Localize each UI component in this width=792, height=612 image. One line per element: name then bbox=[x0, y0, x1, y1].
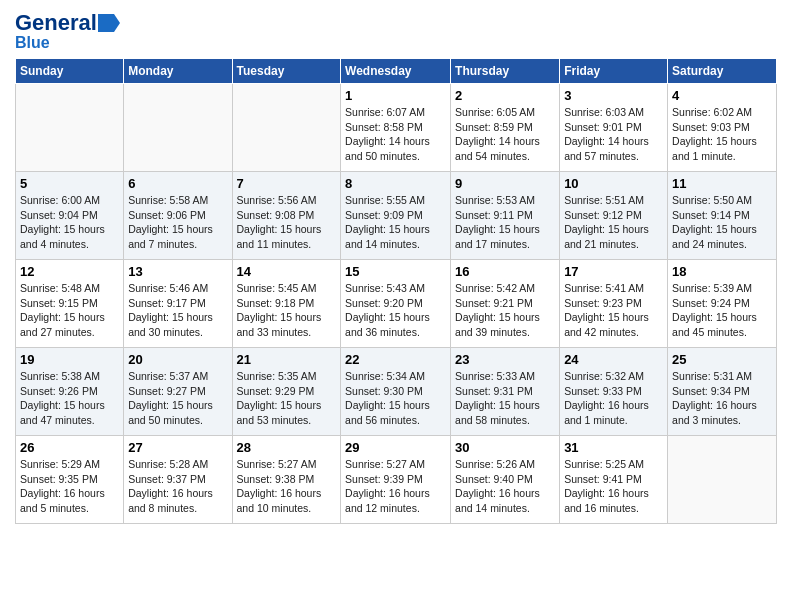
day-info: Sunrise: 5:34 AM Sunset: 9:30 PM Dayligh… bbox=[345, 369, 446, 428]
day-header-sunday: Sunday bbox=[16, 59, 124, 84]
day-number: 16 bbox=[455, 264, 555, 279]
calendar-cell: 20Sunrise: 5:37 AM Sunset: 9:27 PM Dayli… bbox=[124, 348, 232, 436]
calendar-cell: 27Sunrise: 5:28 AM Sunset: 9:37 PM Dayli… bbox=[124, 436, 232, 524]
day-info: Sunrise: 5:35 AM Sunset: 9:29 PM Dayligh… bbox=[237, 369, 337, 428]
day-header-friday: Friday bbox=[560, 59, 668, 84]
logo-icon bbox=[98, 14, 120, 32]
calendar-cell: 26Sunrise: 5:29 AM Sunset: 9:35 PM Dayli… bbox=[16, 436, 124, 524]
day-info: Sunrise: 5:51 AM Sunset: 9:12 PM Dayligh… bbox=[564, 193, 663, 252]
day-number: 20 bbox=[128, 352, 227, 367]
day-number: 14 bbox=[237, 264, 337, 279]
day-number: 26 bbox=[20, 440, 119, 455]
day-info: Sunrise: 5:43 AM Sunset: 9:20 PM Dayligh… bbox=[345, 281, 446, 340]
day-info: Sunrise: 5:41 AM Sunset: 9:23 PM Dayligh… bbox=[564, 281, 663, 340]
calendar-cell: 28Sunrise: 5:27 AM Sunset: 9:38 PM Dayli… bbox=[232, 436, 341, 524]
calendar-week-row: 12Sunrise: 5:48 AM Sunset: 9:15 PM Dayli… bbox=[16, 260, 777, 348]
calendar-week-row: 19Sunrise: 5:38 AM Sunset: 9:26 PM Dayli… bbox=[16, 348, 777, 436]
day-header-thursday: Thursday bbox=[451, 59, 560, 84]
day-number: 9 bbox=[455, 176, 555, 191]
day-info: Sunrise: 5:45 AM Sunset: 9:18 PM Dayligh… bbox=[237, 281, 337, 340]
calendar-header-row: SundayMondayTuesdayWednesdayThursdayFrid… bbox=[16, 59, 777, 84]
day-number: 17 bbox=[564, 264, 663, 279]
day-info: Sunrise: 5:33 AM Sunset: 9:31 PM Dayligh… bbox=[455, 369, 555, 428]
calendar-cell bbox=[16, 84, 124, 172]
day-number: 8 bbox=[345, 176, 446, 191]
calendar-cell: 17Sunrise: 5:41 AM Sunset: 9:23 PM Dayli… bbox=[560, 260, 668, 348]
day-info: Sunrise: 5:38 AM Sunset: 9:26 PM Dayligh… bbox=[20, 369, 119, 428]
day-number: 23 bbox=[455, 352, 555, 367]
calendar-cell: 4Sunrise: 6:02 AM Sunset: 9:03 PM Daylig… bbox=[668, 84, 777, 172]
calendar-cell: 21Sunrise: 5:35 AM Sunset: 9:29 PM Dayli… bbox=[232, 348, 341, 436]
day-number: 21 bbox=[237, 352, 337, 367]
day-info: Sunrise: 5:42 AM Sunset: 9:21 PM Dayligh… bbox=[455, 281, 555, 340]
calendar-cell: 8Sunrise: 5:55 AM Sunset: 9:09 PM Daylig… bbox=[341, 172, 451, 260]
calendar-cell: 23Sunrise: 5:33 AM Sunset: 9:31 PM Dayli… bbox=[451, 348, 560, 436]
day-info: Sunrise: 5:32 AM Sunset: 9:33 PM Dayligh… bbox=[564, 369, 663, 428]
calendar-cell: 11Sunrise: 5:50 AM Sunset: 9:14 PM Dayli… bbox=[668, 172, 777, 260]
calendar-week-row: 26Sunrise: 5:29 AM Sunset: 9:35 PM Dayli… bbox=[16, 436, 777, 524]
day-header-tuesday: Tuesday bbox=[232, 59, 341, 84]
day-number: 11 bbox=[672, 176, 772, 191]
day-header-monday: Monday bbox=[124, 59, 232, 84]
day-info: Sunrise: 5:37 AM Sunset: 9:27 PM Dayligh… bbox=[128, 369, 227, 428]
calendar-cell: 6Sunrise: 5:58 AM Sunset: 9:06 PM Daylig… bbox=[124, 172, 232, 260]
day-number: 19 bbox=[20, 352, 119, 367]
calendar-cell: 10Sunrise: 5:51 AM Sunset: 9:12 PM Dayli… bbox=[560, 172, 668, 260]
day-number: 13 bbox=[128, 264, 227, 279]
svg-marker-0 bbox=[98, 14, 120, 32]
day-number: 6 bbox=[128, 176, 227, 191]
calendar-cell: 29Sunrise: 5:27 AM Sunset: 9:39 PM Dayli… bbox=[341, 436, 451, 524]
calendar-cell bbox=[124, 84, 232, 172]
calendar-table: SundayMondayTuesdayWednesdayThursdayFrid… bbox=[15, 58, 777, 524]
day-number: 3 bbox=[564, 88, 663, 103]
day-info: Sunrise: 6:03 AM Sunset: 9:01 PM Dayligh… bbox=[564, 105, 663, 164]
day-header-saturday: Saturday bbox=[668, 59, 777, 84]
calendar-cell: 9Sunrise: 5:53 AM Sunset: 9:11 PM Daylig… bbox=[451, 172, 560, 260]
day-info: Sunrise: 5:31 AM Sunset: 9:34 PM Dayligh… bbox=[672, 369, 772, 428]
day-info: Sunrise: 5:27 AM Sunset: 9:38 PM Dayligh… bbox=[237, 457, 337, 516]
day-info: Sunrise: 6:02 AM Sunset: 9:03 PM Dayligh… bbox=[672, 105, 772, 164]
day-info: Sunrise: 6:00 AM Sunset: 9:04 PM Dayligh… bbox=[20, 193, 119, 252]
day-number: 25 bbox=[672, 352, 772, 367]
day-info: Sunrise: 5:50 AM Sunset: 9:14 PM Dayligh… bbox=[672, 193, 772, 252]
day-info: Sunrise: 6:07 AM Sunset: 8:58 PM Dayligh… bbox=[345, 105, 446, 164]
calendar-cell: 2Sunrise: 6:05 AM Sunset: 8:59 PM Daylig… bbox=[451, 84, 560, 172]
day-info: Sunrise: 6:05 AM Sunset: 8:59 PM Dayligh… bbox=[455, 105, 555, 164]
day-info: Sunrise: 5:48 AM Sunset: 9:15 PM Dayligh… bbox=[20, 281, 119, 340]
day-number: 4 bbox=[672, 88, 772, 103]
day-number: 18 bbox=[672, 264, 772, 279]
logo-general: General bbox=[15, 10, 97, 36]
calendar-cell: 16Sunrise: 5:42 AM Sunset: 9:21 PM Dayli… bbox=[451, 260, 560, 348]
calendar-week-row: 1Sunrise: 6:07 AM Sunset: 8:58 PM Daylig… bbox=[16, 84, 777, 172]
day-info: Sunrise: 5:28 AM Sunset: 9:37 PM Dayligh… bbox=[128, 457, 227, 516]
logo: General Blue bbox=[15, 10, 120, 52]
day-info: Sunrise: 5:27 AM Sunset: 9:39 PM Dayligh… bbox=[345, 457, 446, 516]
day-info: Sunrise: 5:26 AM Sunset: 9:40 PM Dayligh… bbox=[455, 457, 555, 516]
calendar-cell: 1Sunrise: 6:07 AM Sunset: 8:58 PM Daylig… bbox=[341, 84, 451, 172]
calendar-cell bbox=[668, 436, 777, 524]
day-number: 15 bbox=[345, 264, 446, 279]
calendar-cell: 18Sunrise: 5:39 AM Sunset: 9:24 PM Dayli… bbox=[668, 260, 777, 348]
calendar-cell: 22Sunrise: 5:34 AM Sunset: 9:30 PM Dayli… bbox=[341, 348, 451, 436]
calendar-cell: 15Sunrise: 5:43 AM Sunset: 9:20 PM Dayli… bbox=[341, 260, 451, 348]
day-info: Sunrise: 5:29 AM Sunset: 9:35 PM Dayligh… bbox=[20, 457, 119, 516]
calendar-cell: 7Sunrise: 5:56 AM Sunset: 9:08 PM Daylig… bbox=[232, 172, 341, 260]
day-number: 22 bbox=[345, 352, 446, 367]
calendar-cell: 14Sunrise: 5:45 AM Sunset: 9:18 PM Dayli… bbox=[232, 260, 341, 348]
day-info: Sunrise: 5:58 AM Sunset: 9:06 PM Dayligh… bbox=[128, 193, 227, 252]
day-number: 30 bbox=[455, 440, 555, 455]
day-number: 27 bbox=[128, 440, 227, 455]
calendar-cell: 24Sunrise: 5:32 AM Sunset: 9:33 PM Dayli… bbox=[560, 348, 668, 436]
day-info: Sunrise: 5:46 AM Sunset: 9:17 PM Dayligh… bbox=[128, 281, 227, 340]
day-number: 31 bbox=[564, 440, 663, 455]
calendar-cell: 5Sunrise: 6:00 AM Sunset: 9:04 PM Daylig… bbox=[16, 172, 124, 260]
day-info: Sunrise: 5:39 AM Sunset: 9:24 PM Dayligh… bbox=[672, 281, 772, 340]
day-info: Sunrise: 5:53 AM Sunset: 9:11 PM Dayligh… bbox=[455, 193, 555, 252]
calendar-cell bbox=[232, 84, 341, 172]
calendar-cell: 25Sunrise: 5:31 AM Sunset: 9:34 PM Dayli… bbox=[668, 348, 777, 436]
logo-blue: Blue bbox=[15, 34, 50, 52]
calendar-cell: 30Sunrise: 5:26 AM Sunset: 9:40 PM Dayli… bbox=[451, 436, 560, 524]
day-number: 1 bbox=[345, 88, 446, 103]
day-number: 24 bbox=[564, 352, 663, 367]
calendar-cell: 19Sunrise: 5:38 AM Sunset: 9:26 PM Dayli… bbox=[16, 348, 124, 436]
